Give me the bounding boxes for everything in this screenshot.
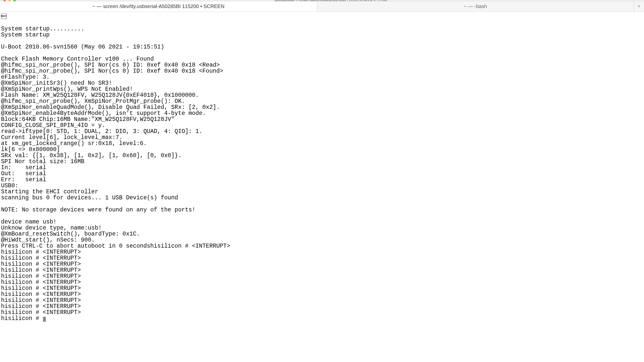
cursor	[43, 317, 46, 322]
new-tab-button[interactable]: +	[634, 1, 644, 12]
tab-bash[interactable]: ~ — -bash	[317, 1, 634, 12]
tabbar: ~ — screen /dev/tty.usbserial-A50285BI 1…	[0, 1, 644, 12]
tab-label: ~ — -bash	[464, 4, 487, 9]
terminal-output[interactable]:  System startup.......... System startu…	[0, 12, 644, 324]
tab-screen-session[interactable]: ~ — screen /dev/tty.usbserial-A50285BI 1…	[0, 1, 317, 12]
plus-icon: +	[638, 4, 641, 9]
tab-label: ~ — screen /dev/tty.usbserial-A50285BI 1…	[92, 4, 224, 9]
